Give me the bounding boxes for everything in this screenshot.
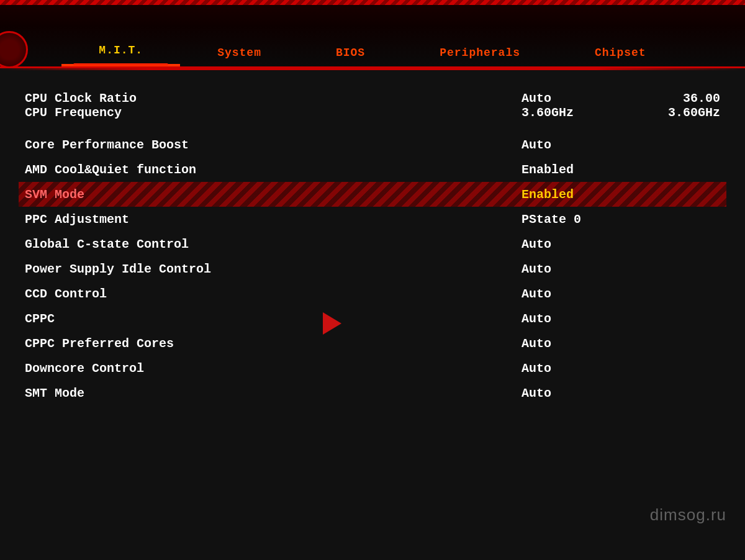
cppc-preferred-cores-value: Auto xyxy=(522,336,633,351)
cppc-value: Auto xyxy=(522,312,633,326)
separator1 xyxy=(19,122,726,132)
downcore-control-label: Downcore Control xyxy=(25,361,522,376)
svm-mode-label: SVM Mode xyxy=(25,187,522,202)
tab-navigation: M.I.T. System BIOS Peripherals Chipset xyxy=(0,0,745,66)
top-stripe xyxy=(0,0,745,5)
power-supply-idle-row[interactable]: Power Supply Idle Control Auto xyxy=(19,256,726,281)
core-performance-boost-value: Auto xyxy=(522,138,633,152)
global-cstate-row[interactable]: Global C-state Control Auto xyxy=(19,232,726,256)
global-cstate-label: Global C-state Control xyxy=(25,237,522,251)
cpu-values2: 36.00 3.60GHz xyxy=(633,91,720,120)
cpu-frequency-value: 3.60GHz xyxy=(522,106,633,120)
global-cstate-value: Auto xyxy=(522,237,633,251)
cppc-preferred-cores-label: CPPC Preferred Cores xyxy=(25,336,522,351)
ppc-adjustment-row[interactable]: PPC Adjustment PState 0 xyxy=(19,207,726,232)
tab-chipset[interactable]: Chipset xyxy=(558,39,684,66)
cppc-preferred-cores-row[interactable]: CPPC Preferred Cores Auto xyxy=(19,331,726,356)
ppc-adjustment-label: PPC Adjustment xyxy=(25,212,522,227)
cpu-clock-ratio-label: CPU Clock Ratio xyxy=(25,91,522,106)
tab-mit[interactable]: M.I.T. xyxy=(61,37,180,66)
ppc-adjustment-value: PState 0 xyxy=(522,212,633,227)
svm-mode-row[interactable]: SVM Mode Enabled xyxy=(19,182,726,207)
core-performance-boost-row[interactable]: Core Performance Boost Auto xyxy=(19,132,726,157)
amd-cool-quiet-label: AMD Cool&Quiet function xyxy=(25,163,522,177)
top-bar: M.I.T. System BIOS Peripherals Chipset xyxy=(0,0,745,68)
amd-cool-quiet-row[interactable]: AMD Cool&Quiet function Enabled xyxy=(19,157,726,182)
amd-cool-quiet-value: Enabled xyxy=(522,163,633,177)
cpu-group-row: CPU Clock Ratio CPU Frequency Auto 3.60G… xyxy=(19,89,726,122)
svm-mode-value: Enabled xyxy=(522,187,633,202)
ccd-control-row[interactable]: CCD Control Auto xyxy=(19,281,726,306)
watermark: dimsog.ru xyxy=(650,505,726,525)
power-supply-idle-value: Auto xyxy=(522,262,633,276)
downcore-control-row[interactable]: Downcore Control Auto xyxy=(19,356,726,381)
core-performance-boost-label: Core Performance Boost xyxy=(25,138,522,152)
cppc-row[interactable]: CPPC Auto xyxy=(19,306,726,331)
ccd-control-value: Auto xyxy=(522,287,633,301)
cpu-values: Auto 3.60GHz xyxy=(522,91,633,120)
ccd-control-label: CCD Control xyxy=(25,287,522,301)
cpu-labels: CPU Clock Ratio CPU Frequency xyxy=(25,91,522,120)
smt-mode-value: Auto xyxy=(522,386,633,400)
downcore-control-value: Auto xyxy=(522,361,633,376)
smt-mode-label: SMT Mode xyxy=(25,386,522,400)
smt-mode-row[interactable]: SMT Mode Auto xyxy=(19,381,726,405)
tab-system[interactable]: System xyxy=(180,39,299,66)
cppc-label: CPPC xyxy=(25,312,522,326)
power-supply-idle-label: Power Supply Idle Control xyxy=(25,262,522,276)
cpu-clock-ratio-value2: 36.00 xyxy=(633,91,720,106)
tab-peripherals[interactable]: Peripherals xyxy=(402,39,558,66)
settings-table: CPU Clock Ratio CPU Frequency Auto 3.60G… xyxy=(19,89,726,405)
cpu-frequency-value2: 3.60GHz xyxy=(633,106,720,120)
cpu-frequency-label: CPU Frequency xyxy=(25,106,522,120)
tab-bios[interactable]: BIOS xyxy=(299,39,402,66)
cpu-clock-ratio-value: Auto xyxy=(522,91,633,106)
main-content: CPU Clock Ratio CPU Frequency Auto 3.60G… xyxy=(0,70,745,560)
